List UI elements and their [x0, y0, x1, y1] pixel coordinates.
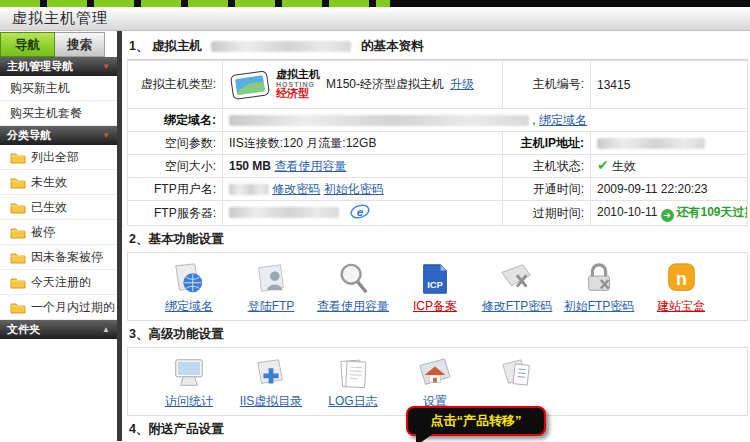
group-label: 文件夹: [7, 322, 40, 337]
redacted-ftp-server: [229, 207, 339, 218]
app-titlebar: 虚拟主机管理: [0, 7, 750, 31]
host-type-value: 虚拟主机 HOSTING 经济型 M150-经济型虚拟主机 升级: [223, 61, 503, 109]
expire-time-label: 过期时间:: [503, 201, 591, 226]
hosting-type-icon: 虚拟主机 HOSTING 经济型: [229, 66, 320, 104]
feature-bind-domain[interactable]: 绑定域名: [148, 260, 230, 315]
feature-label[interactable]: 初始FTP密码: [564, 298, 635, 315]
feature-log-files[interactable]: LOG日志: [312, 355, 394, 410]
section-title-suffix: 的基本资料: [361, 39, 424, 53]
item-label: 未生效: [31, 174, 67, 191]
folder-icon: [10, 201, 26, 214]
feature-settings[interactable]: 设置: [394, 355, 476, 410]
redacted-domain: [229, 115, 529, 126]
sidebar-group-folders[interactable]: 文件夹 ▲: [0, 320, 117, 339]
page-title: 虚拟主机管理: [12, 9, 108, 28]
feature-label[interactable]: 建站宝盒: [657, 298, 705, 315]
feature-hidden-by-callout[interactable]: [476, 355, 558, 410]
sidebar-item-expiring-in-month[interactable]: 一个月内过期的: [0, 295, 117, 320]
sidebar-group-host-management[interactable]: 主机管理导航 ▼: [0, 57, 117, 76]
bound-domain-value: , 绑定域名: [223, 109, 748, 132]
folder-icon: [10, 226, 26, 239]
green-arrow-icon: ➔: [661, 209, 674, 222]
monitor-icon: [169, 355, 209, 391]
host-info-table: 虚拟主机类型: 虚拟主机 HOSTING 经济型 M150-经济型虚拟主机: [127, 60, 748, 226]
host-ip-value: [591, 132, 748, 155]
ftp-user-value: 修改密码 初始化密码: [223, 178, 503, 201]
host-ip-label: 主机IP地址:: [503, 132, 591, 155]
sidebar-group-category-nav[interactable]: 分类导航 ▼: [0, 126, 117, 145]
feature-init-ftp-password[interactable]: 初始FTP密码: [558, 260, 640, 315]
sidebar-item-active[interactable]: 已生效: [0, 195, 117, 220]
magnifier-icon: [333, 260, 373, 296]
nbox-icon: n: [661, 260, 701, 296]
main-content: 1、 虚拟主机 的基本资料 虚拟主机类型: 虚拟主机 HOSTING 经济: [122, 31, 750, 441]
space-params-value: IIS连接数:120 月流量:12GB: [223, 132, 503, 155]
reset-password-link[interactable]: 初始化密码: [324, 182, 384, 196]
bind-domain-link[interactable]: 绑定域名: [539, 113, 587, 127]
sidebar-item-list-all[interactable]: 列出全部: [0, 145, 117, 170]
redacted-hostname: [211, 41, 351, 52]
feature-label[interactable]: 访问统计: [165, 393, 213, 410]
feature-label[interactable]: ICP备案: [413, 298, 457, 315]
chevron-up-icon: ▲: [102, 325, 110, 334]
item-label: 购买主机套餐: [10, 105, 82, 122]
feature-login-ftp[interactable]: 登陆FTP: [230, 260, 312, 315]
feature-view-usage[interactable]: 查看使用容量: [312, 260, 394, 315]
view-usage-link[interactable]: 查看使用容量: [274, 159, 346, 173]
feature-label[interactable]: IIS虚拟目录: [240, 393, 303, 410]
item-label: 因未备案被停: [31, 249, 103, 266]
feature-label[interactable]: 修改FTP密码: [482, 298, 553, 315]
expire-date: 2010-10-11: [597, 205, 658, 219]
host-id-label: 主机编号:: [503, 61, 591, 109]
folder-plus-icon: [251, 355, 291, 391]
feature-label[interactable]: LOG日志: [328, 393, 377, 410]
sidebar: 导航 搜索 主机管理导航 ▼ 购买新主机 购买主机套餐 分类导航 ▼ 列出全部 …: [0, 31, 122, 441]
group-label: 主机管理导航: [7, 59, 73, 74]
chevron-down-icon: ▼: [102, 62, 110, 71]
basic-functions-box: 绑定域名 登陆FTP 查看使用容量 ICP ICP备案 修改FTP密码 初始FT…: [127, 252, 748, 321]
host-status-value: ✔生效: [591, 155, 748, 178]
ie-browser-icon[interactable]: e: [350, 203, 370, 223]
disk-house-icon: [415, 355, 455, 391]
sidebar-item-suspended[interactable]: 被停: [0, 220, 117, 245]
folder-globe-icon: [169, 260, 209, 296]
callout-tail: [416, 433, 434, 442]
bound-domain-label: 绑定域名:: [128, 109, 223, 132]
feature-label[interactable]: 登陆FTP: [248, 298, 295, 315]
change-password-link[interactable]: 修改密码: [272, 182, 320, 196]
tab-navigation[interactable]: 导航: [0, 32, 55, 57]
feature-iis-virtual-dir[interactable]: IIS虚拟目录: [230, 355, 312, 410]
space-size-number: 150 MB: [229, 159, 271, 173]
feature-label[interactable]: 查看使用容量: [317, 298, 389, 315]
upgrade-link[interactable]: 升级: [450, 76, 474, 93]
domain-separator: ,: [532, 113, 535, 127]
redacted-ip: [597, 138, 705, 149]
feature-visit-stats[interactable]: 访问统计: [148, 355, 230, 410]
item-label: 被停: [31, 224, 55, 241]
open-time-label: 开通时间:: [503, 178, 591, 201]
icp-document-icon: ICP: [415, 260, 455, 296]
feature-icp-record[interactable]: ICP ICP备案: [394, 260, 476, 315]
ftp-user-icon: [251, 260, 291, 296]
sidebar-item-buy-host-plan[interactable]: 购买主机套餐: [0, 101, 117, 126]
wrench-board-icon: [497, 260, 537, 296]
sidebar-item-buy-new-host[interactable]: 购买新主机: [0, 76, 117, 101]
callout-bubble: 点击“产品转移”: [406, 406, 546, 436]
host-type-text: M150-经济型虚拟主机: [326, 76, 444, 93]
item-label: 已生效: [31, 199, 67, 216]
item-label: 一个月内过期的: [31, 299, 115, 316]
feature-label[interactable]: 绑定域名: [165, 298, 213, 315]
feature-sitebuilder-box[interactable]: n 建站宝盒: [640, 260, 722, 315]
callout-text: 点击“产品转移”: [431, 413, 522, 428]
feature-change-ftp-password[interactable]: 修改FTP密码: [476, 260, 558, 315]
ftp-server-value: e: [223, 201, 503, 226]
tab-search[interactable]: 搜索: [55, 32, 105, 57]
item-label: 今天注册的: [31, 274, 91, 291]
sidebar-tabs: 导航 搜索: [0, 31, 117, 57]
folder-icon: [10, 251, 26, 264]
icp-glyph: ICP: [427, 279, 443, 290]
chevron-down-icon: ▼: [102, 131, 110, 140]
sidebar-item-not-active[interactable]: 未生效: [0, 170, 117, 195]
sidebar-item-registered-today[interactable]: 今天注册的: [0, 270, 117, 295]
sidebar-item-suspended-no-icp[interactable]: 因未备案被停: [0, 245, 117, 270]
